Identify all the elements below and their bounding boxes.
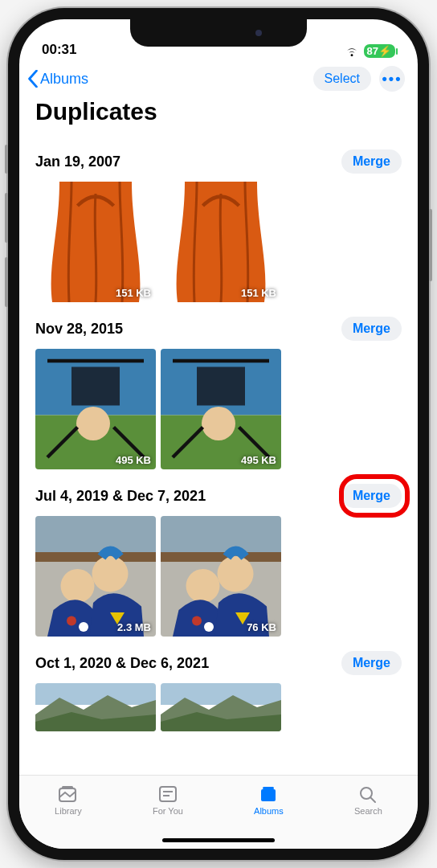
file-size: 495 KB [116, 454, 151, 466]
svg-rect-12 [35, 552, 156, 562]
photo-image [35, 182, 156, 302]
photo-image [35, 516, 156, 637]
svg-line-34 [370, 797, 375, 802]
file-size: 2.3 MB [117, 621, 151, 633]
photo-thumbnail[interactable] [35, 683, 156, 731]
albums-icon [257, 784, 280, 805]
group-date: Jul 4, 2019 & Dec 7, 2021 [35, 488, 206, 505]
select-button[interactable]: Select [313, 67, 371, 91]
back-button[interactable]: Albums [27, 70, 88, 88]
photo-thumbnail[interactable]: 76 KB [161, 516, 281, 637]
chevron-left-icon [27, 70, 39, 88]
tab-label: Search [354, 806, 382, 816]
group-date: Nov 28, 2015 [35, 321, 123, 338]
photo-image [161, 516, 281, 637]
ellipsis-icon: ••• [382, 71, 402, 88]
svg-point-22 [192, 616, 202, 626]
notch [130, 19, 307, 47]
photo-thumbnail[interactable] [161, 683, 281, 731]
svg-rect-10 [35, 516, 156, 559]
svg-point-14 [92, 556, 129, 592]
svg-point-13 [61, 569, 95, 603]
tab-search[interactable]: Search [354, 784, 382, 816]
page-title: Duplicates [19, 98, 418, 135]
merge-button[interactable]: Merge [341, 149, 402, 174]
merge-button[interactable]: Merge [341, 484, 402, 508]
file-size: 151 KB [241, 287, 276, 299]
photo-thumbnail[interactable]: 495 KB [35, 349, 156, 469]
file-size: 76 KB [247, 621, 276, 633]
group-date: Jan 19, 2007 [35, 154, 120, 170]
tab-for-you[interactable]: For You [153, 784, 183, 816]
for-you-icon [157, 784, 179, 805]
merge-button[interactable]: Merge [341, 317, 402, 341]
svg-point-23 [204, 622, 214, 632]
photo-image [35, 683, 156, 731]
svg-point-15 [67, 616, 76, 626]
svg-rect-25 [161, 683, 281, 705]
svg-rect-27 [62, 786, 73, 788]
svg-point-4 [76, 407, 110, 440]
photo-image [161, 182, 281, 302]
screen: 00:31 87⚡ Albums Select ••• Duplicates [19, 19, 418, 849]
file-size: 495 KB [241, 454, 276, 466]
status-time: 00:31 [42, 42, 76, 58]
svg-point-20 [186, 569, 220, 603]
svg-rect-9 [197, 367, 245, 406]
photo-thumbnail[interactable]: 2.3 MB [35, 516, 156, 637]
tab-label: Library [55, 806, 82, 816]
power-button [429, 209, 432, 281]
duplicate-group: Jul 4, 2019 & Dec 7, 2021 Merge 2.3 MB 7… [35, 484, 418, 637]
tab-label: For You [153, 806, 183, 816]
duplicate-group: Oct 1, 2020 & Dec 6, 2021 Merge [35, 651, 418, 731]
home-indicator[interactable] [162, 838, 275, 842]
wifi-icon [345, 46, 359, 57]
svg-point-16 [79, 622, 88, 632]
svg-point-21 [218, 556, 254, 592]
phone-frame: 00:31 87⚡ Albums Select ••• Duplicates [8, 8, 429, 860]
svg-rect-5 [71, 367, 120, 406]
duplicate-group: Jan 19, 2007 Merge 151 KB 151 KB [35, 149, 418, 302]
svg-rect-31 [261, 789, 276, 801]
battery-percent: 87 [367, 45, 378, 57]
duplicate-group: Nov 28, 2015 Merge 495 KB 495 KB [35, 317, 418, 469]
svg-rect-19 [161, 552, 281, 562]
photo-thumbnail[interactable]: 495 KB [161, 349, 281, 469]
more-button[interactable]: ••• [379, 66, 405, 92]
tab-label: Albums [254, 806, 284, 816]
svg-point-8 [202, 407, 235, 440]
photo-image [35, 349, 156, 469]
file-size: 151 KB [116, 287, 151, 299]
content-scroll[interactable]: Jan 19, 2007 Merge 151 KB 151 KB [19, 135, 418, 775]
merge-button[interactable]: Merge [341, 651, 402, 675]
svg-rect-32 [263, 787, 274, 789]
group-date: Oct 1, 2020 & Dec 6, 2021 [35, 655, 209, 672]
search-icon [357, 784, 379, 805]
photo-thumbnail[interactable]: 151 KB [35, 182, 156, 302]
svg-rect-17 [161, 516, 281, 559]
volume-up-button [5, 193, 8, 243]
svg-rect-28 [160, 787, 176, 801]
photo-image [161, 349, 281, 469]
library-icon [57, 784, 80, 805]
charging-icon: ⚡ [378, 45, 391, 57]
photo-image [161, 683, 281, 731]
tab-albums[interactable]: Albums [254, 784, 284, 816]
back-label: Albums [40, 71, 88, 88]
battery-indicator: 87⚡ [364, 44, 395, 58]
tab-library[interactable]: Library [55, 784, 82, 816]
mute-switch [5, 145, 8, 174]
nav-bar: Albums Select ••• [19, 61, 418, 98]
volume-down-button [5, 257, 8, 307]
svg-rect-24 [35, 683, 156, 705]
photo-thumbnail[interactable]: 151 KB [161, 182, 281, 302]
